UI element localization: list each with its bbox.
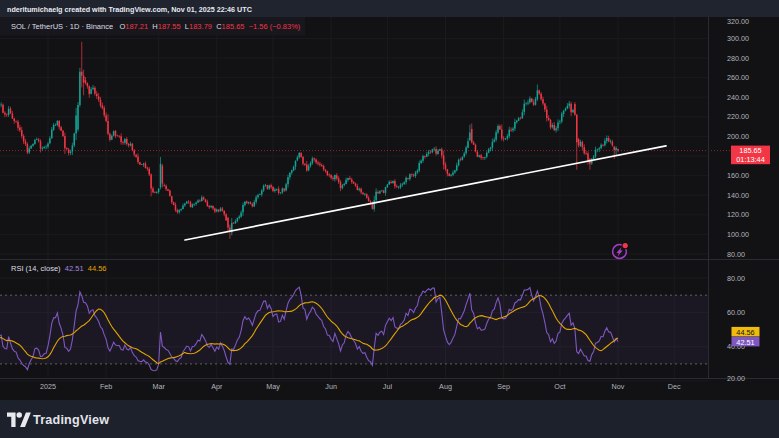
- svg-text:100.00: 100.00: [727, 230, 749, 239]
- svg-text:Feb: Feb: [100, 382, 112, 391]
- svg-text:May: May: [266, 382, 280, 391]
- svg-text:280.00: 280.00: [727, 54, 749, 63]
- svg-text:Jun: Jun: [325, 382, 337, 391]
- svg-text:240.00: 240.00: [727, 93, 749, 102]
- svg-text:300.00: 300.00: [727, 34, 749, 43]
- svg-text:185.65: 185.65: [739, 146, 761, 155]
- svg-text:SOL / TetherUS · 1D · Binance: SOL / TetherUS · 1D · Binance O187.21 H1…: [11, 22, 301, 31]
- svg-text:Aug: Aug: [439, 382, 452, 391]
- svg-text:nderitumichaelg created with T: nderitumichaelg created with TradingView…: [7, 5, 252, 14]
- svg-text:200.00: 200.00: [727, 132, 749, 141]
- svg-text:Nov: Nov: [612, 382, 625, 391]
- svg-text:120.00: 120.00: [727, 210, 749, 219]
- svg-text:Jul: Jul: [383, 382, 393, 391]
- svg-text:80.00: 80.00: [727, 274, 745, 283]
- svg-text:140.00: 140.00: [727, 191, 749, 200]
- svg-text:320.00: 320.00: [727, 17, 749, 26]
- svg-text:Oct: Oct: [554, 382, 565, 391]
- svg-text:44.56: 44.56: [736, 328, 754, 337]
- svg-text:Mar: Mar: [152, 382, 165, 391]
- svg-text:Dec: Dec: [668, 382, 681, 391]
- svg-text:42.51: 42.51: [736, 338, 754, 347]
- svg-text:80.00: 80.00: [727, 250, 745, 259]
- svg-text:60.00: 60.00: [727, 308, 745, 317]
- svg-text:220.00: 220.00: [727, 112, 749, 121]
- svg-text:260.00: 260.00: [727, 73, 749, 82]
- svg-text:2025: 2025: [40, 382, 56, 391]
- svg-text:TradingView: TradingView: [33, 413, 109, 427]
- svg-text:RSI (14, close) 42.51 44.56: RSI (14, close) 42.51 44.56: [11, 264, 107, 273]
- svg-text:Sep: Sep: [497, 382, 510, 391]
- svg-text:01:13:44: 01:13:44: [736, 155, 764, 164]
- svg-text:20.00: 20.00: [727, 374, 745, 383]
- svg-text:160.00: 160.00: [727, 171, 749, 180]
- svg-text:Apr: Apr: [211, 382, 223, 391]
